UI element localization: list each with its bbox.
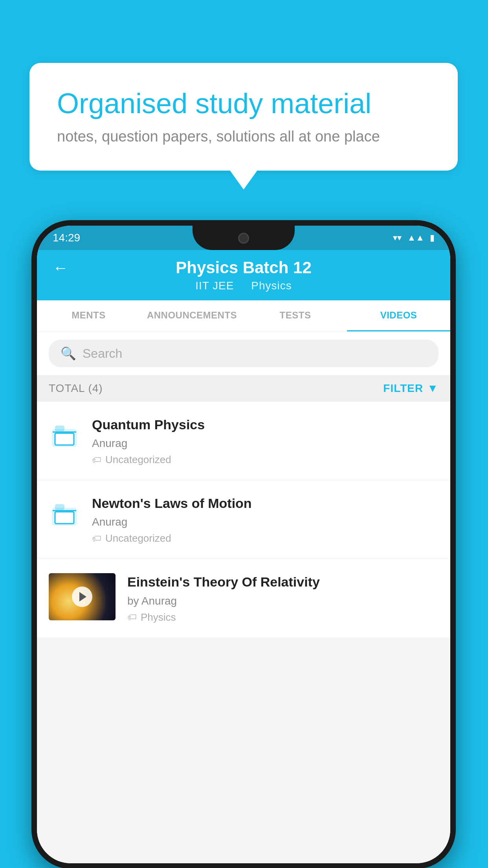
search-input-wrapper[interactable]: 🔍 Search — [49, 340, 438, 367]
filter-label: FILTER — [383, 382, 423, 395]
battery-icon: ▮ — [430, 233, 435, 243]
tag-text: Uncategorized — [105, 454, 171, 466]
total-count: TOTAL (4) — [49, 382, 103, 395]
phone-screen: 14:29 ▾▾ ▲▲ ▮ ← Physics Batch 12 IIT JEE… — [37, 226, 450, 863]
video-title: Newton's Laws of Motion — [92, 495, 438, 512]
status-time: 14:29 — [53, 232, 80, 244]
header-row: ← Physics Batch 12 — [37, 258, 450, 277]
back-button[interactable]: ← — [53, 259, 68, 277]
video-author: Anurag — [92, 516, 438, 528]
video-list: Quantum Physics Anurag 🏷 Uncategorized — [37, 402, 450, 638]
video-author: by Anurag — [127, 595, 438, 607]
list-item[interactable]: Einstein's Theory Of Relativity by Anura… — [37, 559, 450, 638]
video-info: Einstein's Theory Of Relativity by Anura… — [127, 573, 438, 623]
search-placeholder: Search — [83, 346, 122, 361]
tag-icon: 🏷 — [92, 454, 101, 465]
list-item[interactable]: Quantum Physics Anurag 🏷 Uncategorized — [37, 402, 450, 480]
signal-icon: ▲▲ — [407, 233, 424, 243]
play-button[interactable] — [72, 587, 92, 607]
svg-rect-1 — [56, 426, 64, 431]
tab-tests[interactable]: TESTS — [244, 300, 347, 331]
search-icon: 🔍 — [61, 346, 76, 361]
filter-button[interactable]: FILTER ▼ — [383, 382, 438, 395]
bubble-title: Organised study material — [57, 86, 430, 120]
video-tag: 🏷 Uncategorized — [92, 454, 438, 466]
svg-rect-4 — [56, 505, 64, 509]
header-subtitle: IIT JEE Physics — [195, 280, 292, 292]
video-info: Newton's Laws of Motion Anurag 🏷 Uncateg… — [92, 495, 438, 544]
video-title: Einstein's Theory Of Relativity — [127, 573, 438, 590]
phone-screen-content: 🔍 Search TOTAL (4) FILTER ▼ — [37, 332, 450, 863]
search-bar: 🔍 Search — [37, 332, 450, 375]
svg-rect-2 — [55, 433, 74, 445]
header-subtitle-physics: Physics — [251, 280, 292, 292]
video-author: Anurag — [92, 437, 438, 450]
svg-rect-5 — [55, 512, 74, 524]
video-tag: 🏷 Physics — [127, 611, 438, 623]
bubble-subtitle: notes, question papers, solutions all at… — [57, 128, 430, 145]
speech-bubble: Organised study material notes, question… — [29, 63, 458, 171]
video-thumbnail — [49, 573, 116, 620]
folder-icon — [49, 420, 80, 451]
tag-text: Physics — [141, 611, 176, 623]
phone-notch — [193, 226, 295, 250]
status-icons: ▾▾ ▲▲ ▮ — [393, 233, 435, 243]
tab-announcements[interactable]: ANNOUNCEMENTS — [140, 300, 244, 331]
phone-frame: 14:29 ▾▾ ▲▲ ▮ ← Physics Batch 12 IIT JEE… — [31, 220, 456, 868]
header-subtitle-iitjee: IIT JEE — [195, 280, 234, 292]
video-title: Quantum Physics — [92, 416, 438, 433]
header-title: Physics Batch 12 — [53, 258, 435, 277]
folder-icon — [49, 498, 80, 530]
wifi-icon: ▾▾ — [393, 233, 402, 243]
tag-icon: 🏷 — [127, 612, 137, 623]
filter-bar: TOTAL (4) FILTER ▼ — [37, 375, 450, 402]
tab-videos[interactable]: VIDEOS — [347, 300, 450, 331]
tag-icon: 🏷 — [92, 533, 101, 544]
video-info: Quantum Physics Anurag 🏷 Uncategorized — [92, 416, 438, 466]
tag-text: Uncategorized — [105, 532, 171, 544]
front-camera — [238, 233, 249, 244]
list-item[interactable]: Newton's Laws of Motion Anurag 🏷 Uncateg… — [37, 480, 450, 559]
video-tag: 🏷 Uncategorized — [92, 532, 438, 544]
play-triangle-icon — [79, 592, 86, 601]
app-header: ← Physics Batch 12 IIT JEE Physics — [37, 250, 450, 300]
filter-icon: ▼ — [427, 382, 438, 395]
tab-ments[interactable]: MENTS — [37, 300, 140, 331]
tab-bar: MENTS ANNOUNCEMENTS TESTS VIDEOS — [37, 300, 450, 332]
